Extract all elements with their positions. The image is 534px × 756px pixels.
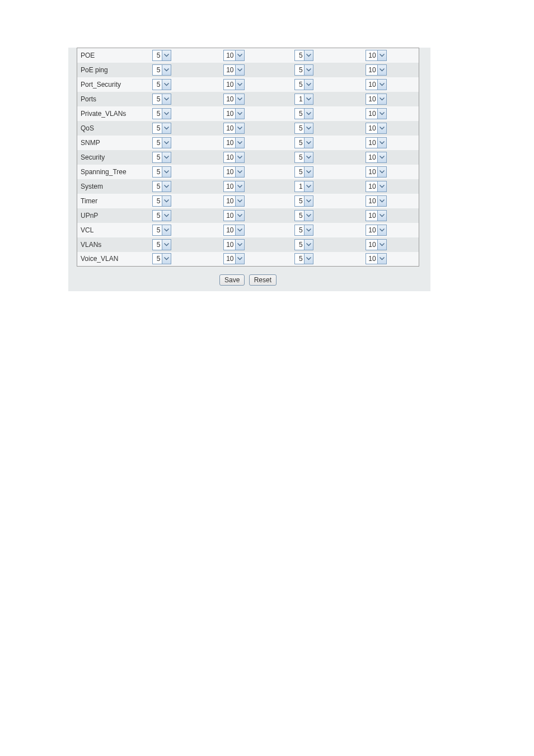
chevron-down-icon[interactable]: [235, 123, 244, 133]
chevron-down-icon[interactable]: [235, 50, 244, 60]
dropdown[interactable]: 10: [223, 225, 245, 236]
dropdown[interactable]: 5: [152, 166, 171, 178]
dropdown[interactable]: 5: [152, 239, 171, 250]
chevron-down-icon[interactable]: [377, 254, 386, 264]
chevron-down-icon[interactable]: [235, 138, 244, 148]
chevron-down-icon[interactable]: [162, 123, 171, 133]
dropdown[interactable]: 5: [294, 79, 313, 90]
chevron-down-icon[interactable]: [377, 211, 386, 221]
chevron-down-icon[interactable]: [162, 138, 171, 148]
dropdown[interactable]: 10: [366, 181, 387, 192]
dropdown[interactable]: 10: [223, 253, 245, 264]
dropdown[interactable]: 5: [152, 64, 171, 76]
chevron-down-icon[interactable]: [235, 225, 244, 235]
chevron-down-icon[interactable]: [377, 50, 386, 60]
chevron-down-icon[interactable]: [235, 196, 244, 206]
dropdown[interactable]: 5: [294, 152, 313, 163]
chevron-down-icon[interactable]: [235, 254, 244, 264]
chevron-down-icon[interactable]: [235, 211, 244, 221]
chevron-down-icon[interactable]: [162, 167, 171, 177]
chevron-down-icon[interactable]: [304, 240, 313, 250]
chevron-down-icon[interactable]: [235, 94, 244, 104]
chevron-down-icon[interactable]: [377, 240, 386, 250]
dropdown[interactable]: 10: [366, 210, 387, 221]
chevron-down-icon[interactable]: [162, 181, 171, 192]
dropdown[interactable]: 10: [223, 50, 245, 61]
dropdown[interactable]: 10: [223, 166, 245, 178]
chevron-down-icon[interactable]: [304, 211, 313, 221]
dropdown[interactable]: 10: [223, 181, 245, 192]
chevron-down-icon[interactable]: [235, 80, 244, 90]
chevron-down-icon[interactable]: [304, 80, 313, 90]
dropdown[interactable]: 5: [152, 210, 171, 221]
dropdown[interactable]: 10: [223, 94, 245, 105]
dropdown[interactable]: 5: [294, 225, 313, 236]
chevron-down-icon[interactable]: [162, 211, 171, 221]
chevron-down-icon[interactable]: [235, 167, 244, 177]
dropdown[interactable]: 5: [294, 137, 313, 148]
chevron-down-icon[interactable]: [162, 152, 171, 162]
dropdown[interactable]: 1: [294, 181, 313, 192]
chevron-down-icon[interactable]: [377, 225, 386, 235]
dropdown[interactable]: 10: [223, 79, 245, 90]
dropdown[interactable]: 10: [366, 94, 387, 105]
chevron-down-icon[interactable]: [377, 65, 386, 75]
chevron-down-icon[interactable]: [304, 65, 313, 75]
chevron-down-icon[interactable]: [235, 181, 244, 192]
dropdown[interactable]: 10: [366, 50, 387, 61]
dropdown[interactable]: 5: [294, 195, 313, 207]
dropdown[interactable]: 10: [223, 123, 245, 134]
dropdown[interactable]: 5: [294, 108, 313, 119]
chevron-down-icon[interactable]: [377, 138, 386, 148]
dropdown[interactable]: 10: [366, 195, 387, 207]
chevron-down-icon[interactable]: [235, 152, 244, 162]
chevron-down-icon[interactable]: [304, 94, 313, 104]
dropdown[interactable]: 10: [366, 253, 387, 264]
dropdown[interactable]: 5: [152, 137, 171, 148]
dropdown[interactable]: 5: [152, 123, 171, 134]
dropdown[interactable]: 10: [366, 123, 387, 134]
dropdown[interactable]: 10: [223, 152, 245, 163]
dropdown[interactable]: 1: [294, 94, 313, 105]
chevron-down-icon[interactable]: [162, 254, 171, 264]
dropdown[interactable]: 5: [294, 166, 313, 178]
chevron-down-icon[interactable]: [377, 152, 386, 162]
dropdown[interactable]: 10: [366, 239, 387, 250]
chevron-down-icon[interactable]: [162, 109, 171, 119]
chevron-down-icon[interactable]: [304, 254, 313, 264]
dropdown[interactable]: 5: [152, 79, 171, 90]
dropdown[interactable]: 10: [223, 64, 245, 76]
dropdown[interactable]: 5: [152, 225, 171, 236]
chevron-down-icon[interactable]: [162, 50, 171, 60]
chevron-down-icon[interactable]: [235, 109, 244, 119]
dropdown[interactable]: 10: [223, 239, 245, 250]
dropdown[interactable]: 10: [366, 137, 387, 148]
chevron-down-icon[interactable]: [304, 225, 313, 235]
dropdown[interactable]: 10: [366, 79, 387, 90]
chevron-down-icon[interactable]: [162, 80, 171, 90]
chevron-down-icon[interactable]: [304, 123, 313, 133]
chevron-down-icon[interactable]: [377, 94, 386, 104]
chevron-down-icon[interactable]: [235, 240, 244, 250]
chevron-down-icon[interactable]: [162, 196, 171, 206]
chevron-down-icon[interactable]: [377, 167, 386, 177]
dropdown[interactable]: 5: [152, 94, 171, 105]
chevron-down-icon[interactable]: [162, 94, 171, 104]
dropdown[interactable]: 10: [223, 210, 245, 221]
dropdown[interactable]: 5: [294, 239, 313, 250]
dropdown[interactable]: 5: [294, 50, 313, 61]
chevron-down-icon[interactable]: [377, 123, 386, 133]
dropdown[interactable]: 5: [294, 210, 313, 221]
dropdown[interactable]: 10: [366, 166, 387, 178]
chevron-down-icon[interactable]: [162, 240, 171, 250]
dropdown[interactable]: 5: [152, 181, 171, 192]
dropdown[interactable]: 5: [152, 152, 171, 163]
dropdown[interactable]: 10: [223, 195, 245, 207]
dropdown[interactable]: 5: [294, 64, 313, 76]
chevron-down-icon[interactable]: [304, 138, 313, 148]
dropdown[interactable]: 5: [152, 50, 171, 61]
chevron-down-icon[interactable]: [304, 181, 313, 192]
chevron-down-icon[interactable]: [304, 167, 313, 177]
dropdown[interactable]: 10: [366, 152, 387, 163]
chevron-down-icon[interactable]: [377, 109, 386, 119]
